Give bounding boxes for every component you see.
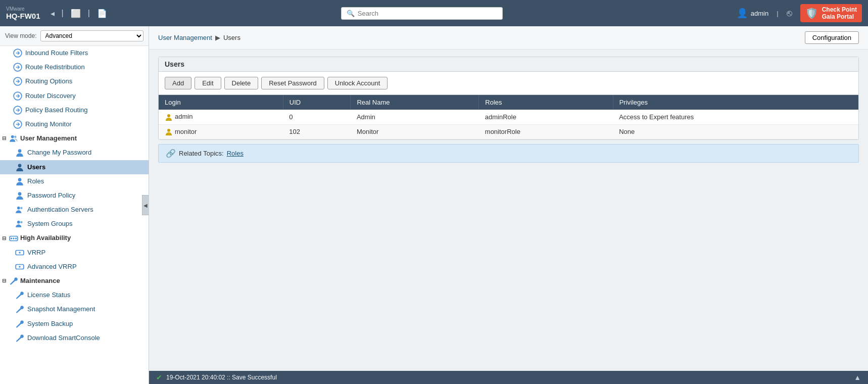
checkpoint-label: Check PointGaia Portal [822,6,857,20]
wrench-icon [15,291,24,300]
sidebar-label: VRRP [27,248,45,257]
sidebar-item-password-policy[interactable]: Password Policy [0,188,149,203]
sidebar-label: System Groups [27,219,73,228]
table-header-row: Login UID Real Name Roles Privileges [159,95,858,110]
svg-point-13 [20,207,23,210]
svg-point-19 [15,237,17,239]
cell-roles: monitorRole [479,124,613,139]
user-icon [15,191,24,200]
users-section: Users Add Edit Delete Reset Password Unl… [158,57,859,140]
sidebar-item-advanced-vrrp[interactable]: Advanced VRRP [0,260,149,274]
table-row[interactable]: monitor 102 Monitor monitorRole None [159,124,858,139]
sidebar-section-maintenance[interactable]: ⊟ Maintenance [0,274,149,288]
related-icon: 🔗 [166,149,176,158]
sidebar-label: Router Discovery [25,91,76,101]
sidebar-label: License Status [27,291,70,300]
sidebar-item-routing-monitor[interactable]: Routing Monitor [0,117,149,131]
table-row[interactable]: admin 0 Admin adminRole Access to Expert… [159,110,858,124]
sidebar-item-route-redistribution[interactable]: Route Redistribution [0,60,149,74]
svg-point-17 [11,237,12,239]
svg-point-12 [17,207,20,210]
group-icon [9,134,18,143]
status-ok-icon: ✔ [156,373,162,381]
sidebar-item-routing-options[interactable]: Routing Options [0,74,149,88]
configuration-button[interactable]: Configuration [805,31,859,44]
roles-link[interactable]: Roles [227,150,244,157]
route-icon [13,120,22,129]
route-icon [13,77,22,86]
page-area: Users Add Edit Delete Reset Password Unl… [149,50,868,371]
sidebar-collapse-button[interactable]: ◀ [142,195,149,215]
sidebar-item-roles[interactable]: Roles [0,174,149,188]
view-mode-bar: View mode: Advanced Basic [0,26,149,46]
brand: VMware HQ-FW01 [6,6,40,20]
unlock-account-button[interactable]: Unlock Account [327,77,388,89]
logout-icon[interactable]: ⎋ [787,8,792,19]
breadcrumb-parent[interactable]: User Management [158,34,212,41]
col-roles: Roles [479,95,613,110]
device-name: HQ-FW01 [6,12,40,20]
sidebar-item-change-my-password[interactable]: Change My Password [0,146,149,160]
sidebar-label: Route Redistribution [25,63,85,72]
svg-point-21 [19,252,20,253]
sidebar-label: Inbound Route Filters [25,49,88,58]
svg-rect-25 [167,118,170,120]
user-icon [15,177,24,186]
top-header: VMware HQ-FW01 ◂ | ⬜ | 📄 🔍 👤 admin | ⎋ 🛡… [0,0,868,26]
monitor-icon[interactable]: ⬜ [71,9,81,18]
sidebar-item-users[interactable]: Users [0,160,149,174]
ha-icon [9,234,18,243]
sidebar-item-snapshot-management[interactable]: Snapshot Management [0,302,149,316]
svg-point-10 [18,178,22,181]
reset-password-button[interactable]: Reset Password [261,77,324,89]
user-icon [15,148,24,157]
admin-label: admin [751,10,768,17]
sidebar-item-policy-based-routing[interactable]: Policy Based Routing [0,103,149,117]
back-icon[interactable]: ◂ [51,9,55,18]
collapse-icon: ⊟ [2,277,6,284]
scroll-arrow[interactable]: ▲ [854,373,861,381]
document-icon[interactable]: 📄 [97,9,107,18]
sidebar-item-system-backup[interactable]: System Backup [0,317,149,331]
edit-button[interactable]: Edit [195,77,221,89]
sidebar-section-high-availability[interactable]: ⊟ High Availability [0,231,149,245]
wrench-icon [15,305,24,314]
sidebar-item-authentication-servers[interactable]: Authentication Servers [0,203,149,217]
vmware-label: VMware [6,6,40,12]
search-input[interactable] [358,10,497,17]
route-icon [13,91,22,101]
svg-point-11 [18,192,22,196]
route-icon [13,63,22,72]
sidebar-item-vrrp[interactable]: VRRP [0,246,149,260]
status-text: 19-Oct-2021 20:40:02 :: Save Successful [166,374,277,381]
svg-point-14 [17,221,20,224]
sidebar-label: Change My Password [27,148,91,157]
main-content: User Management ▶ Users Configuration Us… [149,26,868,384]
admin-user: 👤 admin [737,8,768,19]
cell-uid: 0 [283,110,351,124]
status-bar: ✔ 19-Oct-2021 20:40:02 :: Save Successfu… [149,371,868,384]
sidebar-item-router-discovery[interactable]: Router Discovery [0,89,149,103]
sidebar-section-user-management[interactable]: ⊟ User Management [0,131,149,146]
sidebar-item-system-groups[interactable]: System Groups [0,217,149,231]
route-icon [13,106,22,115]
route-icon [13,49,22,58]
sidebar-item-inbound-route-filters[interactable]: Inbound Route Filters [0,46,149,60]
cell-uid: 102 [283,124,351,139]
breadcrumb-current: Users [223,34,240,41]
delete-button[interactable]: Delete [224,77,259,89]
sidebar-item-download-smartconsole[interactable]: Download SmartConsole [0,331,149,345]
breadcrumb-separator: ▶ [215,34,220,41]
header-icons: ◂ | ⬜ | 📄 [51,9,107,18]
cell-real-name: Monitor [351,124,479,139]
add-button[interactable]: Add [165,77,191,89]
collapse-icon: ⊟ [2,135,6,142]
header-right: 👤 admin | ⎋ 🛡️ Check PointGaia Portal [737,4,862,22]
view-mode-select[interactable]: Advanced Basic [40,30,143,41]
breadcrumb-bar: User Management ▶ Users Configuration [149,26,868,50]
wrench-icon [15,319,24,328]
breadcrumb: User Management ▶ Users [158,34,240,41]
svg-rect-27 [167,133,170,134]
sidebar-item-license-status[interactable]: License Status [0,288,149,302]
cell-login: admin [159,110,283,124]
